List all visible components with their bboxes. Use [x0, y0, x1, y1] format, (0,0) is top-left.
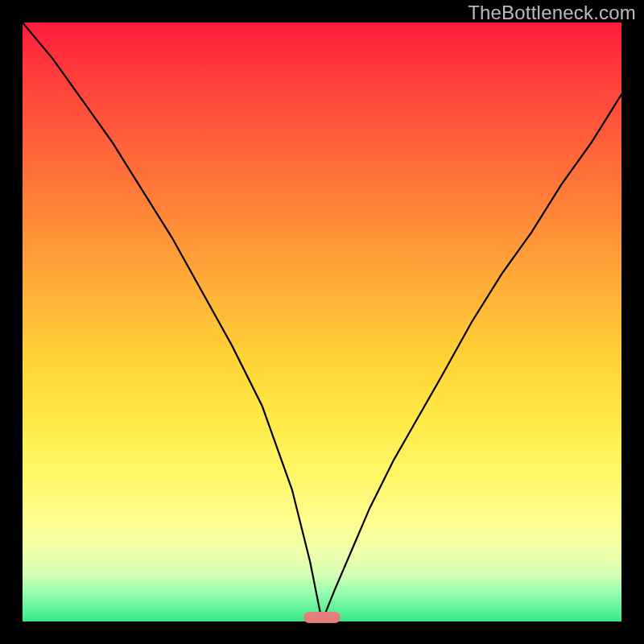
curve-svg: [23, 23, 621, 621]
plot-area: [23, 23, 621, 621]
trough-marker: [303, 612, 341, 623]
bottleneck-curve: [23, 23, 621, 621]
chart-frame: TheBottleneck.com: [0, 0, 644, 644]
watermark-text: TheBottleneck.com: [468, 2, 636, 24]
